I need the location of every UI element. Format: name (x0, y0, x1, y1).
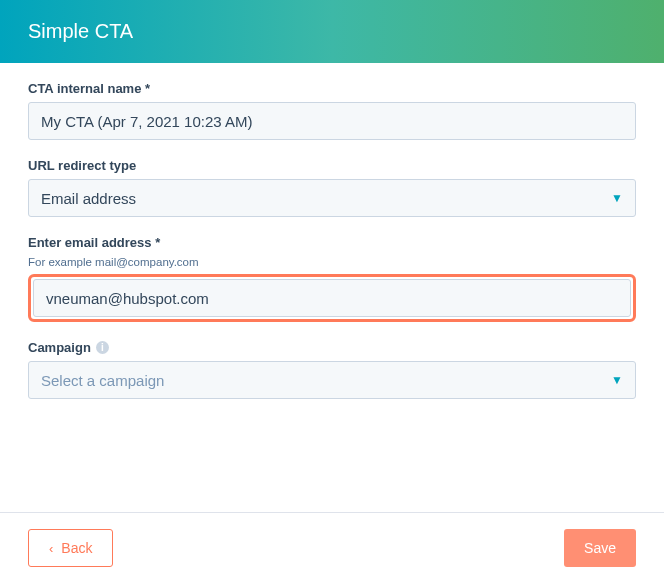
input-cta-name[interactable]: My CTA (Apr 7, 2021 10:23 AM) (28, 102, 636, 140)
label-redirect-type: URL redirect type (28, 158, 636, 173)
back-button-label: Back (61, 540, 92, 556)
field-redirect-type: URL redirect type Email address ▼ (28, 158, 636, 217)
select-campaign[interactable]: Select a campaign ▼ (28, 361, 636, 399)
info-icon[interactable]: i (96, 341, 109, 354)
field-campaign: Campaign i Select a campaign ▼ (28, 340, 636, 399)
label-campaign: Campaign i (28, 340, 636, 355)
label-email: Enter email address * (28, 235, 636, 250)
chevron-down-icon: ▼ (611, 191, 623, 205)
label-campaign-text: Campaign (28, 340, 91, 355)
modal-title: Simple CTA (28, 20, 133, 42)
field-cta-name: CTA internal name * My CTA (Apr 7, 2021 … (28, 81, 636, 140)
modal-footer: ‹ Back Save (0, 512, 664, 583)
select-redirect-value: Email address (41, 190, 136, 207)
form-body: CTA internal name * My CTA (Apr 7, 2021 … (0, 63, 664, 399)
chevron-left-icon: ‹ (49, 541, 53, 556)
input-email[interactable]: vneuman@hubspot.com (33, 279, 631, 317)
field-email: Enter email address * For example mail@c… (28, 235, 636, 322)
input-email-value: vneuman@hubspot.com (46, 290, 209, 307)
label-cta-name: CTA internal name * (28, 81, 636, 96)
select-redirect-type[interactable]: Email address ▼ (28, 179, 636, 217)
modal-header: Simple CTA (0, 0, 664, 63)
help-email: For example mail@company.com (28, 256, 636, 268)
save-button[interactable]: Save (564, 529, 636, 567)
input-cta-name-value: My CTA (Apr 7, 2021 10:23 AM) (41, 113, 252, 130)
select-campaign-placeholder: Select a campaign (41, 372, 164, 389)
input-email-highlight: vneuman@hubspot.com (28, 274, 636, 322)
chevron-down-icon: ▼ (611, 373, 623, 387)
save-button-label: Save (584, 540, 616, 556)
back-button[interactable]: ‹ Back (28, 529, 113, 567)
